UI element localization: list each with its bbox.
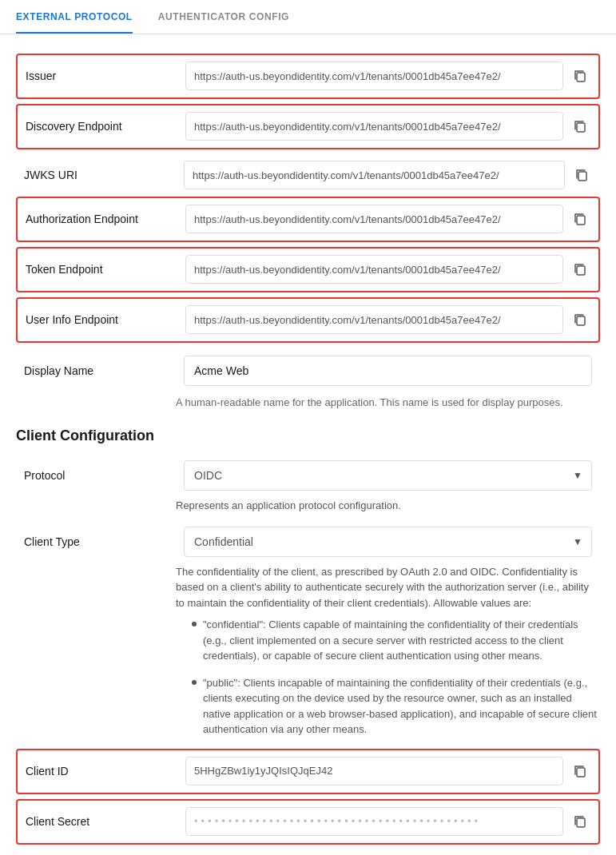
- discovery-endpoint-row: Discovery Endpoint: [18, 105, 598, 148]
- client-secret-input[interactable]: [185, 807, 563, 836]
- token-endpoint-input-wrap: [185, 255, 590, 284]
- tab-authenticator-config[interactable]: Authenticator Config: [158, 0, 289, 34]
- copy-icon: [574, 168, 589, 182]
- issuer-copy-button[interactable]: [570, 66, 590, 86]
- display-name-row: Display Name: [16, 348, 600, 390]
- token-endpoint-copy-button[interactable]: [570, 259, 590, 280]
- copy-icon: [573, 212, 587, 226]
- protocol-label: Protocol: [24, 469, 184, 482]
- client-type-row: Client Type Confidential Public ▼: [16, 520, 600, 561]
- auth-endpoint-input[interactable]: [185, 205, 563, 233]
- client-id-input[interactable]: [185, 757, 563, 785]
- protocol-dropdown[interactable]: OIDC: [184, 460, 592, 491]
- main-content: Issuer Discovery Endpoint: [0, 34, 616, 855]
- client-type-description: The confidentiality of the client, as pr…: [176, 561, 600, 618]
- jwks-uri-input-wrap: [184, 161, 592, 189]
- client-secret-copy-button[interactable]: [570, 811, 590, 832]
- auth-endpoint-input-wrap: [185, 205, 590, 233]
- jwks-uri-copy-button[interactable]: [571, 165, 592, 185]
- display-name-helper: A human-readable name for the applicatio…: [176, 393, 600, 415]
- client-id-copy-button[interactable]: [570, 761, 590, 781]
- auth-endpoint-label: Authorization Endpoint: [26, 213, 185, 225]
- issuer-input[interactable]: [185, 62, 563, 90]
- client-secret-input-wrap: [185, 807, 590, 836]
- auth-endpoint-row: Authorization Endpoint: [18, 198, 598, 241]
- protocol-dropdown-wrap: OIDC ▼: [184, 460, 592, 491]
- client-id-row-wrap: Client ID: [16, 749, 600, 794]
- token-endpoint-label: Token Endpoint: [26, 263, 185, 276]
- issuer-row: Issuer: [18, 55, 598, 97]
- display-name-input[interactable]: [184, 356, 592, 386]
- copy-icon: [573, 262, 587, 276]
- svg-rect-1: [577, 123, 585, 132]
- token-endpoint-row: Token Endpoint: [18, 249, 598, 291]
- client-type-label: Client Type: [24, 535, 184, 548]
- discovery-endpoint-row-wrap: Discovery Endpoint: [16, 104, 600, 149]
- pkce-row: PKCE Disabled Enabled ▼: [16, 849, 600, 856]
- copy-icon: [573, 312, 587, 327]
- userinfo-endpoint-row-wrap: User Info Endpoint: [16, 297, 600, 343]
- token-endpoint-input[interactable]: [185, 255, 563, 284]
- protocol-helper: Represents an application protocol confi…: [176, 495, 600, 520]
- copy-icon: [573, 814, 587, 829]
- client-configuration-heading: Client Configuration: [16, 428, 600, 444]
- issuer-input-wrap: [185, 62, 590, 90]
- client-id-label: Client ID: [26, 765, 185, 777]
- issuer-row-wrap: Issuer: [16, 54, 600, 99]
- userinfo-endpoint-input[interactable]: [185, 305, 563, 334]
- svg-rect-3: [577, 216, 585, 225]
- copy-icon: [573, 69, 587, 83]
- client-type-dropdown-wrap: Confidential Public ▼: [184, 527, 592, 557]
- jwks-uri-input[interactable]: [184, 161, 565, 189]
- client-id-input-wrap: [185, 757, 590, 785]
- svg-rect-2: [578, 172, 586, 181]
- display-name-input-wrap: [184, 356, 592, 386]
- client-secret-row-wrap: Client Secret: [16, 799, 600, 845]
- auth-endpoint-row-wrap: Authorization Endpoint: [16, 197, 600, 242]
- bullet-dot-confidential: [192, 622, 197, 626]
- discovery-endpoint-copy-button[interactable]: [570, 116, 590, 137]
- client-type-bullets: "confidential": Clients capable of maint…: [192, 617, 600, 738]
- bullet-item-public: "public": Clients incapable of maintaini…: [192, 675, 600, 738]
- bullet-dot-public: [192, 680, 197, 685]
- svg-rect-4: [577, 266, 585, 275]
- bullet-item-confidential: "confidential": Clients capable of maint…: [192, 617, 600, 664]
- jwks-uri-row: JWKS URI: [16, 154, 600, 197]
- svg-rect-7: [577, 818, 585, 827]
- discovery-endpoint-input-wrap: [185, 112, 590, 141]
- display-name-label: Display Name: [24, 364, 184, 377]
- svg-rect-6: [577, 768, 585, 777]
- tabs-container: External Protocol Authenticator Config: [0, 0, 616, 34]
- svg-rect-0: [577, 73, 585, 82]
- client-secret-row: Client Secret: [18, 801, 598, 843]
- tab-external-protocol[interactable]: External Protocol: [16, 0, 133, 34]
- issuer-label: Issuer: [26, 70, 185, 82]
- client-type-dropdown[interactable]: Confidential Public: [184, 527, 592, 557]
- protocol-row: Protocol OIDC ▼: [16, 454, 600, 495]
- userinfo-endpoint-input-wrap: [185, 305, 590, 334]
- client-id-row: Client ID: [18, 750, 598, 793]
- copy-icon: [573, 764, 587, 778]
- discovery-endpoint-label: Discovery Endpoint: [26, 120, 185, 133]
- auth-endpoint-copy-button[interactable]: [570, 209, 590, 229]
- jwks-uri-label: JWKS URI: [24, 169, 184, 181]
- svg-rect-5: [577, 316, 585, 325]
- userinfo-endpoint-row: User Info Endpoint: [18, 299, 598, 341]
- copy-icon: [573, 119, 587, 133]
- discovery-endpoint-input[interactable]: [185, 112, 563, 141]
- client-secret-label: Client Secret: [26, 815, 185, 828]
- userinfo-endpoint-label: User Info Endpoint: [26, 313, 185, 326]
- token-endpoint-row-wrap: Token Endpoint: [16, 247, 600, 292]
- userinfo-endpoint-copy-button[interactable]: [570, 309, 590, 330]
